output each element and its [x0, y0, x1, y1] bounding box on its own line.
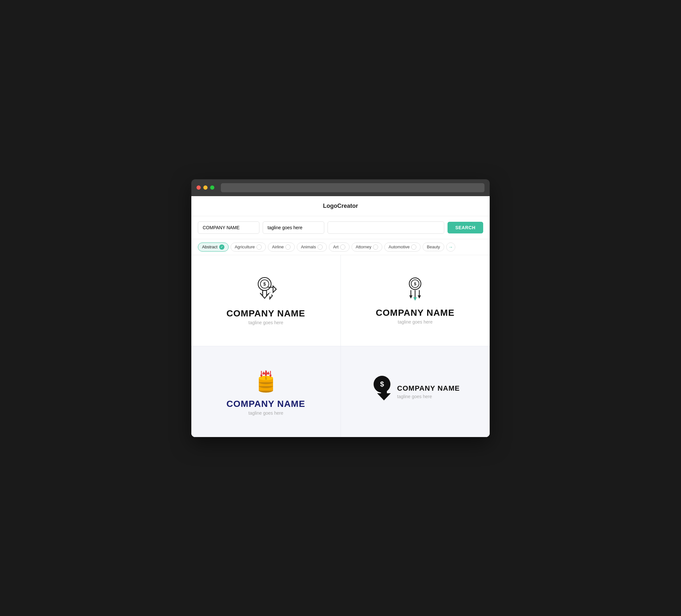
logo-icon-4: $	[371, 375, 393, 403]
logo-icon-1: $	[253, 276, 279, 303]
search-button[interactable]: SEARCH	[448, 222, 483, 233]
category-agriculture-check	[256, 245, 262, 250]
category-attorney-check	[373, 245, 378, 250]
svg-text:$: $	[265, 377, 267, 380]
maximize-button[interactable]	[210, 185, 215, 190]
category-next-arrow[interactable]: →	[446, 242, 455, 252]
category-airline-label: Airline	[272, 245, 284, 249]
search-bar: SEARCH	[191, 216, 490, 239]
browser-content: LogoCreator SEARCH Abstract ✓ Agricultur…	[191, 196, 490, 437]
category-abstract[interactable]: Abstract ✓	[198, 242, 229, 252]
logo-grid: $ COMPANY NAME tagline goes here	[191, 255, 490, 437]
category-art[interactable]: Art	[329, 242, 350, 252]
category-airline[interactable]: Airline	[268, 242, 295, 252]
category-attorney[interactable]: Attorney	[352, 242, 382, 252]
tagline-input[interactable]	[263, 222, 324, 234]
browser-window: LogoCreator SEARCH Abstract ✓ Agricultur…	[191, 179, 490, 437]
logo4-tagline: tagline goes here	[397, 394, 460, 399]
close-button[interactable]	[197, 185, 201, 190]
keyword-search-input[interactable]	[328, 222, 444, 234]
logo1-company-name: COMPANY NAME	[226, 308, 305, 319]
category-animals-label: Animals	[301, 245, 316, 249]
category-abstract-check: ✓	[219, 245, 224, 250]
category-airline-check	[285, 245, 291, 250]
category-animals[interactable]: Animals	[297, 242, 327, 252]
logo4-inline: $ COMPANY NAME tagline goes here	[371, 375, 460, 408]
minimize-button[interactable]	[203, 185, 207, 190]
logo2-company-name: COMPANY NAME	[376, 308, 455, 318]
company-name-input[interactable]	[198, 222, 259, 234]
logo3-tagline: tagline goes here	[248, 410, 283, 416]
svg-marker-8	[409, 296, 412, 299]
category-art-label: Art	[333, 245, 338, 249]
category-agriculture[interactable]: Agriculture	[231, 242, 266, 252]
svg-text:$: $	[414, 281, 417, 286]
logo-icon-3: $	[253, 368, 279, 393]
category-agriculture-label: Agriculture	[235, 245, 255, 249]
logo-card-1[interactable]: $ COMPANY NAME tagline goes here	[191, 255, 340, 346]
category-art-check	[340, 245, 345, 250]
logo-card-4[interactable]: $ COMPANY NAME tagline goes here	[341, 346, 490, 437]
category-bar: Abstract ✓ Agriculture Airline Animals A…	[191, 239, 490, 255]
category-beauty[interactable]: Beauty	[423, 242, 444, 251]
svg-text:$: $	[380, 380, 384, 388]
logo-card-2[interactable]: $ COMPANY NAME tagline goes here	[341, 255, 490, 346]
category-automotive[interactable]: Automotive	[384, 242, 421, 252]
category-animals-check	[318, 245, 323, 250]
svg-marker-12	[418, 296, 421, 299]
category-automotive-label: Automotive	[388, 245, 409, 249]
category-beauty-label: Beauty	[427, 245, 440, 249]
browser-titlebar	[191, 179, 490, 196]
logo2-tagline: tagline goes here	[398, 319, 433, 325]
logo4-company-name: COMPANY NAME	[397, 384, 460, 393]
app-title: LogoCreator	[191, 196, 490, 216]
logo-card-3[interactable]: $ COMPANY NAME tagli	[191, 346, 340, 437]
logo-icon-2: $	[404, 277, 426, 303]
address-bar[interactable]	[221, 183, 484, 192]
logo1-tagline: tagline goes here	[248, 320, 283, 325]
category-attorney-label: Attorney	[356, 245, 371, 249]
svg-marker-13	[413, 297, 417, 301]
logo3-company-name: COMPANY NAME	[226, 399, 305, 409]
category-abstract-label: Abstract	[202, 245, 218, 249]
svg-text:$: $	[263, 281, 266, 287]
category-automotive-check	[411, 245, 417, 250]
